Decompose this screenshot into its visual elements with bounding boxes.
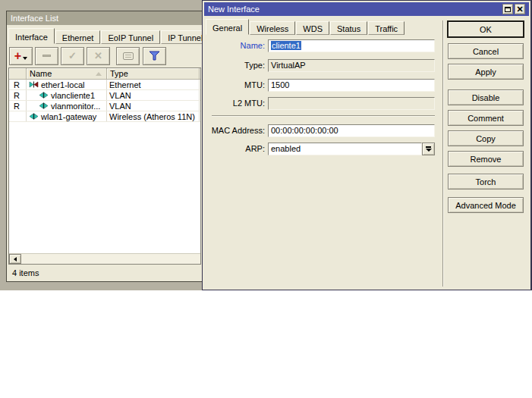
name-input[interactable]: cliente1	[268, 39, 435, 52]
tab-interface[interactable]: Interface	[8, 28, 55, 44]
new-interface-dialog: New Interface ✕ General Wireless WDS Sta…	[202, 0, 532, 290]
tab-general[interactable]: General	[206, 19, 249, 35]
tab-ip-tunnel[interactable]: IP Tunnel	[161, 30, 203, 44]
comment-button-dialog[interactable]: Comment	[448, 110, 524, 126]
header-name-column[interactable]: Name	[27, 68, 107, 80]
header-l2mtu-column[interactable]: L	[200, 68, 201, 80]
interface-table-header: Name Type L	[9, 68, 200, 80]
ethernet-interface-icon	[29, 81, 39, 88]
table-row[interactable]: R ether1-local Ethernet	[9, 80, 200, 90]
type-label: Type:	[209, 59, 265, 72]
selected-text: cliente1	[271, 41, 301, 50]
disable-button[interactable]: Disable	[448, 89, 524, 105]
tab-status[interactable]: Status	[330, 21, 367, 35]
cancel-button[interactable]: Cancel	[448, 43, 524, 59]
remove-button[interactable]: Remove	[448, 151, 524, 167]
vlan-interface-icon	[39, 92, 49, 99]
tab-eoip-tunnel[interactable]: EoIP Tunnel	[101, 30, 160, 44]
name-label: Name:	[209, 39, 265, 52]
interface-list-title: Interface List	[11, 14, 58, 23]
tab-ethernet[interactable]: Ethernet	[55, 30, 101, 44]
interface-table-body: R ether1-local Ethernet R	[9, 80, 200, 253]
item-count: 4 items	[12, 268, 39, 277]
disable-interface-button[interactable]: ✕	[87, 47, 110, 65]
disable-cross-icon: ✕	[94, 50, 102, 61]
header-flag-column[interactable]	[9, 68, 27, 80]
remove-interface-button[interactable]	[35, 47, 58, 65]
l2mtu-field	[268, 97, 435, 110]
mtu-input[interactable]: 1500	[268, 79, 435, 92]
arp-label: ARP:	[209, 143, 265, 155]
tab-wireless[interactable]: Wireless	[250, 21, 295, 35]
interface-table: Name Type L R ether1-local	[8, 67, 201, 265]
filter-button[interactable]	[143, 47, 166, 65]
interface-list-tabbar: Interface Ethernet EoIP Tunnel IP Tunnel…	[8, 27, 203, 44]
arrow-left-icon	[14, 257, 17, 262]
interface-list-titlebar[interactable]: Interface List	[7, 11, 203, 25]
comment-button[interactable]	[116, 47, 140, 65]
mac-address-label: MAC Address:	[209, 124, 265, 137]
table-row[interactable]: R vlanmonitor... VLAN	[9, 101, 200, 111]
comment-icon	[123, 52, 134, 60]
mac-address-input[interactable]: 00:00:00:00:00:00	[268, 124, 435, 137]
wireless-interface-icon	[29, 113, 39, 120]
dropdown-icon	[426, 146, 431, 148]
arp-dropdown-button[interactable]	[422, 143, 435, 155]
horizontal-scrollbar[interactable]	[9, 253, 200, 264]
maximize-button[interactable]	[502, 4, 513, 14]
tab-wds[interactable]: WDS	[296, 21, 329, 35]
interface-list-window: Interface List Interface Ethernet EoIP T…	[6, 11, 203, 282]
filter-funnel-icon	[149, 51, 160, 61]
interface-list-toolbar: + ✓ ✕	[9, 46, 168, 65]
dialog-tabbar: General Wireless WDS Status Traffic	[206, 19, 405, 35]
l2mtu-label: L2 MTU:	[209, 97, 265, 110]
table-row[interactable]: R vlancliente1 VLAN	[9, 90, 200, 101]
dialog-titlebar[interactable]: New Interface ✕	[204, 2, 529, 16]
dialog-title: New Interface	[208, 5, 501, 14]
sort-ascending-icon	[96, 72, 102, 76]
maximize-icon	[505, 7, 511, 12]
close-button[interactable]: ✕	[515, 4, 525, 14]
screen: Interface List Interface Ethernet EoIP T…	[0, 0, 532, 398]
form-separator	[212, 115, 435, 117]
add-plus-icon: +	[14, 51, 21, 61]
add-interface-button[interactable]: +	[9, 47, 33, 65]
table-row[interactable]: wlan1-gateway Wireless (Atheros 11N)	[9, 111, 200, 122]
tab-traffic[interactable]: Traffic	[368, 21, 405, 35]
mtu-label: MTU:	[209, 79, 265, 92]
remove-minus-icon	[42, 55, 51, 57]
ok-button[interactable]: OK	[448, 21, 524, 37]
dialog-divider	[442, 20, 444, 287]
enable-check-icon: ✓	[68, 50, 77, 61]
header-type-column[interactable]: Type	[107, 68, 200, 80]
torch-button[interactable]: Torch	[448, 174, 524, 190]
copy-button[interactable]: Copy	[448, 130, 524, 146]
apply-button[interactable]: Apply	[448, 64, 524, 80]
advanced-mode-button[interactable]: Advanced Mode	[448, 197, 524, 213]
arp-select[interactable]: enabled	[268, 143, 422, 155]
scroll-left-button[interactable]	[9, 254, 21, 264]
close-icon: ✕	[516, 5, 523, 13]
chevron-down-icon	[23, 57, 27, 60]
type-field: VirtualAP	[268, 59, 435, 72]
enable-interface-button[interactable]: ✓	[61, 47, 84, 65]
vlan-interface-icon	[39, 102, 49, 109]
status-bar: 4 items	[8, 267, 201, 279]
